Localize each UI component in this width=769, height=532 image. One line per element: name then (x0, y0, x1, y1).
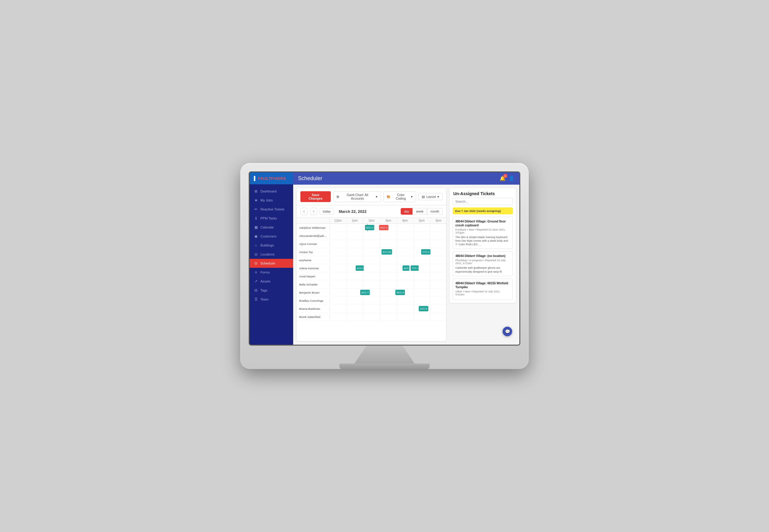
gantt-chip[interactable]: BGC-4 (365, 225, 374, 230)
sidebar: ▌ FAULTFIXERS ⊞ Dashboard ★ My Jobs (250, 172, 293, 345)
gantt-row-name: Bella Schaefer (297, 282, 330, 287)
ticket-card-3: 48044 Dibbert Village: 68155 Winfield Tu… (453, 279, 513, 300)
sidebar-item-reactive-tickets[interactable]: ✏ Reactive Tickets (250, 205, 293, 214)
gantt-cell (363, 272, 380, 280)
time-2pm: 2pm (363, 218, 380, 223)
gantt-row-name: Arvel Mayert (297, 274, 330, 279)
main-area: Scheduler 🔔 0 👤 (293, 172, 519, 345)
gantt-chip[interactable]: ACC-T (360, 290, 369, 295)
gantt-grid: 12pm 1pm 2pm 3pm 4pm 5pm 6pm (297, 218, 446, 321)
gantt-cell (430, 256, 446, 264)
save-changes-button[interactable]: Save Changes (300, 191, 331, 202)
notifications-button[interactable]: 🔔 0 (500, 176, 506, 181)
sidebar-item-locations[interactable]: ◎ Locations (250, 250, 293, 259)
sidebar-item-customers[interactable]: ◉ Customers (250, 232, 293, 241)
logo-bar-icon: ▌ (254, 176, 257, 181)
assets-icon: ↗ (254, 279, 258, 283)
gantt-chip[interactable]: ACC-0 (403, 265, 410, 271)
ticket-card-1: 48044 Dibbert Village: Ground floor coss… (453, 217, 513, 249)
gantt-cell (330, 224, 347, 231)
gantt-row-cells (330, 256, 446, 264)
time-12pm: 12pm (330, 218, 347, 223)
sidebar-item-buildings[interactable]: ⌂ Buildings (250, 241, 293, 250)
next-arrow[interactable]: › (310, 208, 317, 215)
gantt-cell (347, 272, 363, 280)
gantt-chip[interactable]: TPC-1 (411, 265, 419, 271)
gantt-cell (363, 305, 380, 313)
sidebar-item-scheduler[interactable]: ⊙ Scheduler (250, 259, 293, 268)
gantt-cell (347, 313, 363, 321)
ticket-meta-2: Plumbing • In progress • Reported 15 Jul… (456, 259, 510, 265)
gantt-cell (380, 272, 397, 280)
tags-icon: ⊟ (254, 288, 258, 292)
layout-dropdown[interactable]: ▤ Layout ▾ (419, 193, 443, 200)
user-profile-button[interactable]: 👤 (509, 176, 515, 181)
color-coding-dropdown[interactable]: 🎨 Color Coding ▾ (383, 191, 416, 202)
gantt-container[interactable]: 12pm 1pm 2pm 3pm 4pm 5pm 6pm (297, 218, 446, 341)
sidebar-label-reactive-tickets: Reactive Tickets (260, 207, 284, 211)
gantt-cell (363, 256, 380, 264)
prev-arrow[interactable]: ‹ (300, 208, 307, 215)
logo-text: FAULTFIXERS (258, 176, 286, 181)
gantt-cell (397, 232, 414, 240)
gantt-cell (397, 272, 414, 280)
gantt-cell (330, 232, 347, 240)
gantt-label: Gantt Chart: All Accounts (340, 193, 374, 200)
gantt-chip[interactable]: ACC-02 (381, 249, 392, 255)
view-day-button[interactable]: day (401, 208, 413, 215)
gantt-cell (397, 313, 414, 321)
chevron-down-icon-3: ▾ (438, 195, 439, 198)
today-button[interactable]: today (319, 208, 334, 215)
gantt-chip[interactable]: CTC-3 (421, 249, 431, 255)
view-buttons: day week month (401, 208, 443, 215)
gantt-chip[interactable]: BGC-9 (395, 290, 405, 295)
gantt-cell (414, 280, 431, 288)
gantt-cell (414, 289, 431, 296)
gantt-chart-dropdown[interactable]: ⊞ Gantt Chart: All Accounts ▾ (333, 191, 381, 202)
sidebar-item-calendar[interactable]: ▦ Calendar (250, 223, 293, 232)
gantt-cell (330, 280, 347, 288)
sidebar-item-ppm-tasks[interactable]: ℹ PPM Tasks (250, 214, 293, 223)
chat-fab-button[interactable]: 💬 (503, 327, 512, 336)
gantt-row-cells (330, 272, 446, 280)
sidebar-item-tags[interactable]: ⊟ Tags (250, 286, 293, 295)
table-row: Adolphus WildermanBGC-4ACC-3 (297, 224, 446, 232)
content-area: Save Changes ⊞ Gantt Chart: All Accounts… (293, 185, 519, 345)
gantt-header: 12pm 1pm 2pm 3pm 4pm 5pm 6pm (297, 218, 446, 224)
color-coding-label: Color Coding (392, 193, 410, 200)
sidebar-item-team[interactable]: ☰ Team (250, 295, 293, 304)
unassigned-panel-wrapper: Un-Assigned Tickets Due 7 Jan 2022 (need… (450, 188, 516, 341)
gantt-cell (347, 224, 363, 231)
gantt-name-header (297, 218, 330, 223)
time-4pm: 4pm (397, 218, 414, 223)
gantt-chip[interactable]: ACC-8 (419, 306, 428, 311)
view-week-button[interactable]: week (413, 208, 427, 215)
layout-icon: ▤ (422, 195, 425, 198)
sidebar-label-buildings: Buildings (260, 243, 274, 247)
gantt-cell (363, 232, 380, 240)
sidebar-item-forms[interactable]: ≡ Forms (250, 268, 293, 277)
gantt-row-cells (330, 297, 446, 304)
sidebar-item-my-jobs[interactable]: ★ My Jobs (250, 196, 293, 205)
sidebar-item-dashboard[interactable]: ⊞ Dashboard (250, 187, 293, 196)
gantt-row-name: Adolphus Wilderman (297, 225, 330, 230)
table-row: Alyce Cormier (297, 240, 446, 248)
gantt-cell (397, 256, 414, 264)
gantt-cell (363, 297, 380, 304)
gantt-cell (397, 248, 414, 256)
gantt-cell (414, 297, 431, 304)
gantt-row-name: Benjamin Bruen (297, 290, 330, 295)
calendar-date: March 22, 2022 (339, 209, 367, 214)
ticket-meta-1: Furniture • New • Reported 23 June 2021,… (456, 228, 510, 234)
gantt-icon: ⊞ (336, 195, 339, 198)
gantt-chip[interactable]: ACC-3 (379, 225, 389, 230)
gantt-cell (430, 232, 446, 240)
gantt-row-cells (330, 240, 446, 248)
gantt-chip[interactable]: ACC-0 (356, 265, 364, 271)
gantt-cell (430, 297, 446, 304)
gantt-cell (380, 264, 397, 272)
sidebar-item-assets[interactable]: ↗ Assets (250, 277, 293, 286)
table-row: Arlene KemmerACC-0ACC-0TPC-1 (297, 264, 446, 272)
search-input[interactable] (453, 198, 513, 205)
view-month-button[interactable]: month (427, 208, 443, 215)
